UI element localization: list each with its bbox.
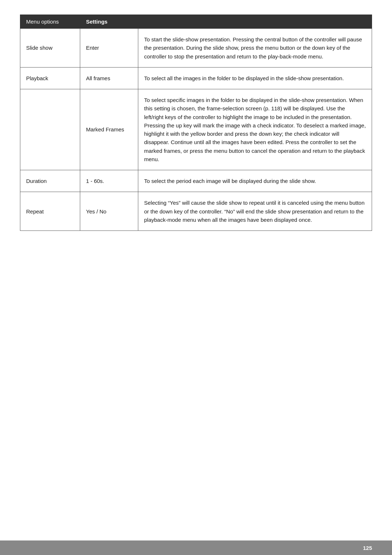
settings-cell-enter: Enter — [80, 29, 138, 68]
settings-cell-duration: 1 - 60s. — [80, 170, 138, 192]
header-menu-options: Menu options — [20, 15, 80, 29]
menu-table: Menu options Settings Slide show Enter T… — [20, 15, 372, 231]
menu-cell-playback: Playback — [20, 67, 80, 89]
table-row: Marked Frames To select specific images … — [20, 89, 372, 170]
menu-cell-playback-empty — [20, 89, 80, 170]
table-row: Slide show Enter To start the slide-show… — [20, 29, 372, 68]
table-row: Playback All frames To select all the im… — [20, 67, 372, 89]
page-number: 125 — [363, 545, 372, 551]
menu-cell-duration: Duration — [20, 170, 80, 192]
description-cell-repeat: Selecting “Yes” will cause the slide sho… — [138, 192, 372, 231]
settings-cell-repeat: Yes / No — [80, 192, 138, 231]
header-description — [138, 15, 372, 29]
settings-cell-allframes: All frames — [80, 67, 138, 89]
description-cell-slideshow: To start the slide-show presentation. Pr… — [138, 29, 372, 68]
page-footer: 125 — [0, 540, 392, 555]
table-row: Repeat Yes / No Selecting “Yes” will cau… — [20, 192, 372, 231]
page-content: Menu options Settings Slide show Enter T… — [0, 0, 392, 540]
header-settings: Settings — [80, 15, 138, 29]
menu-cell-repeat: Repeat — [20, 192, 80, 231]
description-cell-allframes: To select all the images in the folder t… — [138, 67, 372, 89]
description-cell-duration: To select the period each image will be … — [138, 170, 372, 192]
settings-cell-markedframes: Marked Frames — [80, 89, 138, 170]
table-row: Duration 1 - 60s. To select the period e… — [20, 170, 372, 192]
description-cell-markedframes: To select specific images in the folder … — [138, 89, 372, 170]
menu-cell-slideshow: Slide show — [20, 29, 80, 68]
